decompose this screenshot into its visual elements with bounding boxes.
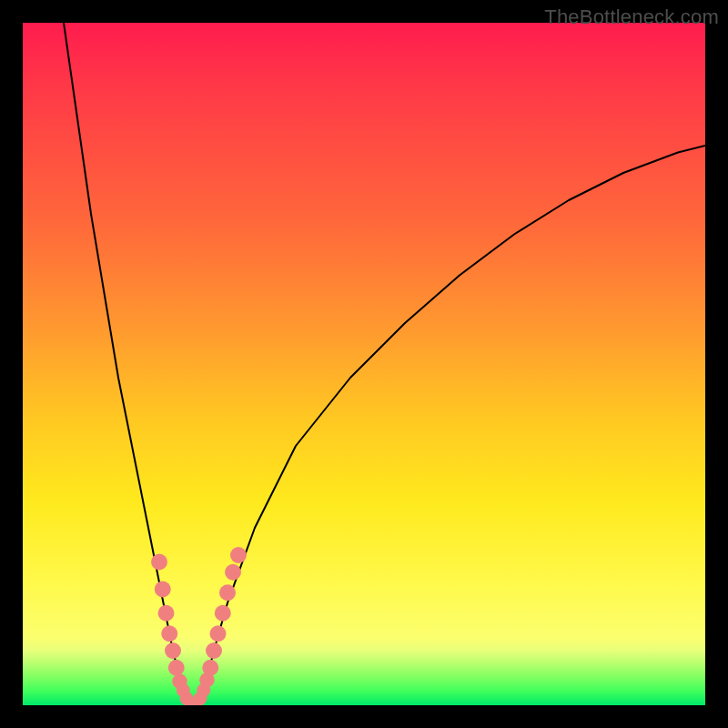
data-marker: [161, 625, 177, 642]
data-marker: [197, 683, 210, 697]
chart-frame: TheBottleneck.com: [0, 0, 728, 728]
data-marker: [206, 642, 222, 659]
data-marker: [225, 564, 241, 581]
data-marker: [210, 625, 227, 642]
data-marker: [158, 605, 175, 622]
bottleneck-curve: [64, 23, 705, 705]
data-marker: [172, 674, 187, 690]
data-marker: [177, 683, 190, 697]
data-marker: [219, 584, 236, 601]
data-marker: [180, 692, 194, 705]
data-marker: [168, 660, 185, 676]
data-marker: [202, 660, 218, 676]
data-marker: [155, 581, 171, 598]
data-marker: [165, 642, 181, 659]
watermark-text: TheBottleneck.com: [544, 5, 719, 29]
data-marker: [215, 605, 231, 622]
data-marker: [194, 692, 207, 705]
data-marker: [151, 554, 167, 571]
data-marker: [184, 696, 197, 705]
plot-area: [23, 23, 705, 705]
data-marker: [187, 699, 200, 706]
data-marker: [191, 696, 204, 705]
curve-layer: [23, 23, 705, 705]
data-marker: [199, 672, 215, 688]
data-marker: [230, 547, 247, 563]
